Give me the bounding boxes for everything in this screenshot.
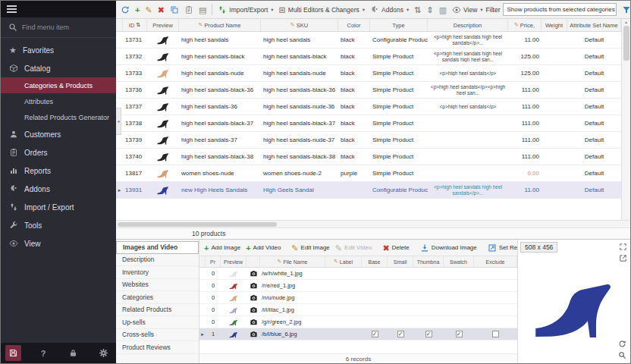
sidebar-search[interactable]: Find menu item	[1, 17, 116, 38]
product-row[interactable]: 13733 high heel sandals-nude high heel s…	[116, 65, 621, 82]
image-row[interactable]: 0 /g/r/green_2.jpg	[199, 316, 517, 328]
tab-websites[interactable]: Websites	[116, 279, 199, 292]
checkbox-base[interactable]	[362, 331, 388, 337]
tab-inventory[interactable]: Inventory	[116, 266, 199, 279]
tab-cross-sells[interactable]: Cross-sells	[116, 329, 199, 342]
set-resize-rule-button[interactable]: Set Resize Rule▾	[485, 242, 517, 254]
product-row[interactable]: 13817 women shoes-nude women shoes-nude-…	[116, 165, 621, 182]
sidebar-item-related-products-generator[interactable]: Related Products Generator	[1, 109, 116, 125]
view-menu[interactable]: View▾	[450, 4, 485, 16]
sidebar-item-addons[interactable]: Addons	[1, 180, 116, 198]
vertical-scrollbar[interactable]: ▴	[621, 19, 630, 220]
row-height-button[interactable]: ▥	[437, 5, 449, 15]
checkbox[interactable]	[372, 331, 378, 337]
delete-product-button[interactable]: ✖	[155, 5, 167, 15]
product-row[interactable]: 13739 high heel sandals-37 high heel san…	[116, 132, 621, 149]
sidebar-item-catalog[interactable]: Catalog	[1, 59, 116, 77]
fullscreen-icon[interactable]	[619, 243, 627, 251]
columns-button[interactable]: ▤	[196, 5, 209, 15]
addons-menu[interactable]: Addons▾	[368, 4, 411, 16]
sidebar-item-orders[interactable]: Orders	[1, 143, 116, 162]
add-video-button[interactable]: +Add Video	[243, 243, 283, 253]
product-row[interactable]: 13732 high heel sandals-black high heel …	[116, 49, 621, 65]
edit-video-button[interactable]: ✎Edit Video	[333, 243, 375, 253]
zoom-icon[interactable]	[618, 351, 626, 359]
filter-select[interactable]: Show products from selected categories ▾	[503, 3, 617, 16]
scrollbar-thumb[interactable]	[118, 222, 277, 227]
import-export-menu[interactable]: Import/Export▾	[215, 4, 275, 16]
download-image-button[interactable]: Download Image	[418, 242, 479, 254]
product-row[interactable]: 13731 high heel sandals high heel sandal…	[116, 32, 621, 49]
image-row[interactable]: 0 /w/h/white_1.jpg	[199, 268, 517, 280]
checkbox-small[interactable]	[388, 331, 413, 337]
sidebar-item-favorites[interactable]: ★ Favorites	[1, 41, 116, 59]
column-header-product-name[interactable]: ✎Product Name	[179, 19, 261, 31]
product-row[interactable]: 13738 high heel sandals-black-37 high he…	[116, 115, 621, 132]
column-header-weight[interactable]: Weight	[542, 19, 567, 31]
product-row[interactable]: 13736 high heel sandals-black-36 high he…	[116, 82, 621, 99]
help-icon[interactable]: ?	[36, 345, 52, 361]
horizontal-scrollbar[interactable]	[116, 220, 630, 228]
column-header-thumbnail[interactable]: Thumbna	[413, 256, 444, 267]
image-row[interactable]: 0 /r/e/red_1.jpg	[199, 280, 517, 292]
add-image-button[interactable]: +Add Image	[202, 243, 243, 253]
column-header-position[interactable]: Pr	[206, 256, 221, 267]
column-header-file-name[interactable]: ✎File Name	[260, 256, 325, 267]
search-input[interactable]: Find menu item	[22, 24, 69, 31]
scroll-up-icon[interactable]: ▴	[625, 19, 627, 24]
reorder-button[interactable]: ⇕	[424, 5, 435, 15]
column-header-swatch[interactable]: Swatch	[444, 256, 474, 267]
rotate-icon[interactable]	[618, 340, 626, 348]
tab-images-and-video[interactable]: Images and Video	[116, 241, 199, 254]
tab-categories[interactable]: Categories	[116, 291, 199, 304]
sidebar-item-attributes[interactable]: Attributes	[1, 93, 116, 109]
sidebar-item-import-export[interactable]: Import / Export	[1, 198, 116, 216]
checkbox[interactable]	[492, 331, 499, 337]
column-header-id[interactable]: ID⇅	[123, 19, 147, 31]
paste-button[interactable]	[182, 4, 196, 16]
delete-image-button[interactable]: ✖Delete	[380, 243, 411, 253]
checkbox[interactable]	[425, 331, 432, 337]
column-header-price[interactable]: ✎Price,	[508, 19, 542, 31]
column-header-description[interactable]: Description	[428, 19, 508, 31]
product-row[interactable]: 13740 high heel sandals-black-38 high he…	[116, 149, 621, 165]
image-row[interactable]: 0 /l/i/lilac_1.jpg	[199, 304, 517, 316]
collapse-sidebar-handle[interactable]: ◂	[116, 108, 121, 135]
tab-up-sells[interactable]: Up-sells	[116, 316, 199, 329]
column-header-preview[interactable]: Preview	[147, 19, 179, 31]
column-header-preview[interactable]: Preview	[221, 256, 246, 267]
tab-related-products[interactable]: Related Products	[116, 304, 199, 317]
sidebar-item-tools[interactable]: Tools	[1, 216, 116, 234]
checkbox-exclude[interactable]	[474, 331, 517, 337]
column-header-type[interactable]: Type	[370, 19, 428, 31]
checkbox-swatch[interactable]	[444, 331, 474, 337]
product-row[interactable]: ▸ 13931 new High Heels Sandals High Geel…	[116, 182, 621, 199]
multi-editors-menu[interactable]: ⊞Multi Editors & Changers▾	[277, 5, 368, 15]
image-row[interactable]: ▸ 1 /b/l/blue_6.jpg	[199, 328, 517, 340]
edit-product-button[interactable]: ✎	[143, 5, 154, 15]
column-header-base[interactable]: Base	[362, 256, 388, 267]
sidebar-item-reports[interactable]: Reports	[1, 162, 116, 180]
sidebar-item-view[interactable]: View	[1, 234, 116, 253]
open-external-icon[interactable]	[619, 254, 627, 262]
sidebar-item-categories-products[interactable]: Categories & Products	[1, 77, 116, 93]
sidebar-item-customers[interactable]: Customers	[1, 125, 116, 143]
copy-button[interactable]	[168, 4, 181, 16]
edit-image-button[interactable]: ✎Edit Image	[289, 243, 331, 253]
column-header-label[interactable]: ✎Label	[325, 256, 362, 267]
column-header-exclude[interactable]: Exclude	[474, 256, 517, 267]
tab-description[interactable]: Description	[116, 254, 199, 267]
checkbox[interactable]	[397, 331, 404, 337]
scrollbar-thumb[interactable]	[623, 26, 629, 61]
hamburger-menu-icon[interactable]	[7, 4, 17, 14]
sort-button[interactable]: ⇅	[412, 5, 423, 15]
column-header-small[interactable]: Small	[388, 256, 413, 267]
refresh-button[interactable]	[118, 4, 132, 16]
column-header-sku[interactable]: ✎SKU	[261, 19, 338, 31]
column-header-attribute-set[interactable]: Attribute Set Name	[567, 19, 621, 31]
product-row[interactable]: 13737 high heel sandals-36 high heel san…	[116, 99, 621, 115]
filters-button[interactable]: Filters ▾	[620, 4, 630, 16]
lock-icon[interactable]	[65, 345, 81, 361]
save-icon[interactable]	[5, 345, 21, 361]
column-header-color[interactable]: Color	[338, 19, 370, 31]
